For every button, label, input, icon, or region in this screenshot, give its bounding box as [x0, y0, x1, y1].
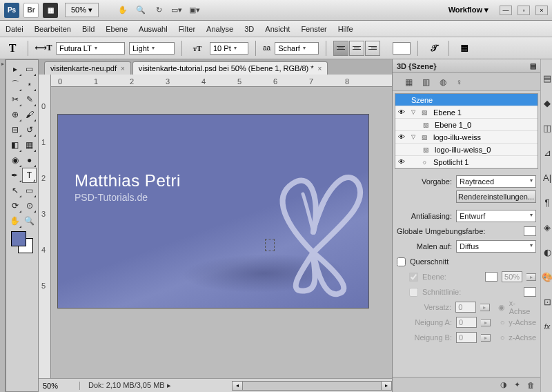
font-size-select[interactable]: 10 Pt [210, 42, 248, 55]
status-zoom[interactable]: 50% [39, 382, 80, 390]
document-tab[interactable]: visitenkarte-neu.pdf× [44, 61, 131, 75]
scroll-right-button[interactable]: ▸ [381, 381, 392, 391]
clone-panel-icon[interactable]: ⊡ [541, 295, 552, 308]
visibility-icon[interactable]: 👁 [398, 158, 408, 166]
eraser-tool[interactable]: ◧ [8, 137, 22, 153]
text-orientation-icon[interactable]: ⟷T [35, 40, 52, 57]
3d-rotate-tool[interactable]: ⟳ [8, 198, 22, 213]
panel-menu-icon[interactable]: ▤ [530, 62, 536, 70]
filter-light-icon[interactable]: ♀ [456, 77, 462, 87]
minimize-button[interactable]: — [500, 6, 512, 15]
hand-icon[interactable]: ✋ [117, 4, 129, 17]
document-tab[interactable]: visitenkarte-tutorial.psd bei 50% (Ebene… [132, 61, 328, 75]
menu-analyse[interactable]: Analyse [206, 25, 233, 33]
screen-mode-icon[interactable]: ▣▾ [188, 4, 201, 17]
brushes-panel-icon[interactable]: 🎨 [541, 271, 552, 283]
paint-on-select[interactable]: Diffus [456, 240, 536, 253]
antialias-select[interactable]: Scharf [275, 42, 319, 55]
zoom-dropdown[interactable]: 50% ▾ [65, 3, 99, 17]
color-panel-icon[interactable]: ◆ [541, 97, 552, 109]
trash-icon[interactable]: 🗑 [527, 381, 535, 389]
ambient-color-swatch[interactable] [524, 226, 536, 236]
font-family-select[interactable]: Futura LT [56, 42, 125, 55]
visibility-icon[interactable]: 👁 [398, 133, 408, 141]
collapse-strip-left[interactable]: ▸ [0, 59, 6, 392]
new-light-icon[interactable]: ✦ [514, 380, 520, 389]
color-swatch[interactable] [11, 231, 33, 253]
heal-tool[interactable]: ⊕ [8, 107, 22, 122]
font-weight-select[interactable]: Light [129, 42, 175, 55]
scene-row[interactable]: ▧logo-illu-weiss_0 [395, 144, 538, 156]
eyedropper-tool[interactable]: ✎ [22, 92, 37, 107]
close-tab-icon[interactable]: × [121, 65, 125, 72]
3d-camera-tool[interactable]: ⊙ [22, 198, 37, 213]
scene-row[interactable]: 👁▽▧logo-illu-weiss [395, 131, 538, 144]
lasso-tool[interactable]: ⌒ [8, 77, 22, 92]
menu-bild[interactable]: Bild [82, 25, 95, 33]
menu-auswahl[interactable]: Auswahl [139, 25, 168, 33]
character-panel-icon[interactable]: A| [541, 171, 552, 184]
paragraph-panel-icon[interactable]: ¶ [541, 196, 552, 208]
menu-bearbeiten[interactable]: Bearbeiten [34, 25, 71, 33]
layers-panel-icon[interactable]: ◈ [541, 221, 552, 233]
history-brush-tool[interactable]: ↺ [22, 122, 37, 137]
fx-panel-icon[interactable]: fx [541, 320, 552, 333]
status-doc-size[interactable]: Dok: 2,10 MB/3,05 MB ▸ [80, 381, 179, 390]
dodge-tool[interactable]: ● [22, 153, 37, 168]
menu-ansicht[interactable]: Ansicht [265, 25, 290, 33]
align-left-button[interactable] [333, 41, 348, 56]
rotate-icon[interactable]: ↻ [152, 4, 165, 17]
cross-section-checkbox[interactable] [397, 257, 406, 266]
visibility-icon[interactable]: 👁 [398, 108, 408, 116]
crop-tool[interactable]: ✂ [8, 92, 22, 107]
wand-tool[interactable]: ⋆ [22, 77, 37, 92]
align-right-button[interactable] [365, 41, 380, 56]
stamp-tool[interactable]: ⊟ [8, 122, 22, 137]
text-color-swatch[interactable] [393, 42, 411, 55]
scene-row[interactable]: 👁▽▧Ebene 1 [395, 106, 538, 119]
zoom-tool[interactable]: 🔍 [22, 213, 37, 228]
scrollbar-track[interactable] [243, 381, 381, 391]
canvas[interactable]: Matthias Petri PSD-Tutorials.de [58, 115, 368, 308]
scene-row[interactable]: 👁☼Spotlicht 1 [395, 156, 538, 168]
filter-material-icon[interactable]: ◍ [440, 77, 446, 87]
arrange-icon[interactable]: ▭▾ [170, 4, 183, 17]
menu-3d[interactable]: 3D [244, 25, 254, 33]
toggle-lights-icon[interactable]: ◑ [500, 380, 507, 389]
maximize-button[interactable]: ▫ [518, 6, 530, 15]
close-tab-icon[interactable]: × [318, 65, 322, 72]
swatches-panel-icon[interactable]: ▤ [541, 72, 552, 84]
align-center-button[interactable] [349, 41, 364, 56]
adjustments-panel-icon[interactable]: ⊿ [541, 146, 552, 159]
mini-bridge-icon[interactable]: ▦ [43, 3, 58, 18]
scene-row[interactable]: ▧Ebene 1_0 [395, 119, 538, 131]
scroll-left-button[interactable]: ◂ [232, 381, 243, 391]
render-settings-button[interactable]: Rendereinstellungen... [456, 190, 536, 203]
workspace-selector[interactable]: Workflow ▾ [443, 3, 494, 17]
blur-tool[interactable]: ◉ [8, 153, 22, 168]
gradient-tool[interactable]: ▦ [22, 137, 37, 153]
antialias-select[interactable]: Entwurf [456, 210, 536, 222]
marquee-tool[interactable]: ▭ [22, 61, 37, 77]
preset-select[interactable]: Raytraced [456, 175, 536, 188]
menu-hilfe[interactable]: Hilfe [338, 25, 353, 33]
type-tool[interactable]: T [22, 168, 37, 183]
filter-scene-icon[interactable]: ▦ [405, 77, 413, 87]
bridge-icon[interactable]: Br [23, 3, 39, 18]
character-panel-icon[interactable]: ▦ [456, 40, 473, 57]
scene-row[interactable]: Szene [395, 94, 538, 106]
pen-tool[interactable]: ✒ [8, 168, 22, 183]
menu-filter[interactable]: Filter [179, 25, 195, 33]
styles-panel-icon[interactable]: ◫ [541, 121, 552, 134]
menu-ebene[interactable]: Ebene [106, 25, 128, 33]
path-select-tool[interactable]: ↖ [8, 183, 22, 198]
canvas-viewport[interactable]: Matthias Petri PSD-Tutorials.de [51, 87, 392, 378]
brush-tool[interactable]: 🖌 [22, 107, 37, 122]
menu-datei[interactable]: Datei [6, 25, 23, 33]
warp-text-icon[interactable]: 𝒯 [425, 40, 442, 57]
shape-tool[interactable]: ▭ [22, 183, 37, 198]
move-tool[interactable]: ▸ [8, 61, 22, 77]
channels-panel-icon[interactable]: ◐ [541, 246, 552, 258]
hand-tool[interactable]: ✋ [8, 213, 22, 228]
panel-header-3d[interactable]: 3D {Szene}▤ [393, 59, 540, 73]
